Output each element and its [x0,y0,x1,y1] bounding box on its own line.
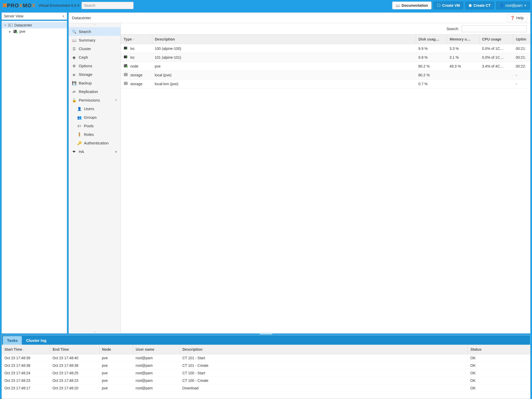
documentation-button[interactable]: 📖 Documentation [392,2,431,9]
cell-mem [447,71,480,79]
cell-status: OK [468,377,530,384]
svg-rect-6 [14,31,15,31]
tab-ha[interactable]: ❤HA▶ [69,147,121,156]
tab-roles[interactable]: 🧍Roles [69,130,121,139]
tab-label: Ceph [79,55,88,59]
tab-authentication[interactable]: 🔑Authentication [69,139,121,147]
tab-storage[interactable]: ≣Storage [69,70,121,79]
chevron-down-icon: ▼ [524,4,527,7]
cell-description: local (pve) [152,71,416,79]
scroll-up-hint[interactable]: ⌃ [69,23,121,27]
lxc-icon [124,46,128,51]
column-header[interactable]: Description [180,345,468,354]
cell-cpu [480,71,513,79]
version-label: Virtual Environment 6.0-4 [38,3,79,8]
user-menu-button[interactable]: 👤 root@pam ▼ [496,2,530,9]
tab-users[interactable]: 👤Users [69,104,121,113]
svg-point-7 [16,31,17,33]
help-icon: ❓ [510,16,515,20]
cell-start: Oct 23 17:48:17 [2,384,50,392]
cell-desc: CT 100 - Start [180,369,468,377]
expand-arrow-icon[interactable]: ▶ [9,30,12,33]
tab-permissions[interactable]: 🔓Permissions▼ [69,96,121,104]
grid-search-input[interactable] [462,25,527,32]
tab-cluster-log[interactable]: Cluster log [22,336,50,345]
search-input[interactable] [82,2,134,9]
create-ct-button[interactable]: ⬢ Create CT [465,2,494,9]
column-header[interactable]: Start Time ↓ [2,345,50,354]
logo-text: PROXMOX [7,3,35,9]
cell-start: Oct 23 17:48:23 [2,377,50,384]
cell-description: 101 (alpine-101) [152,53,416,62]
tree-item-pve[interactable]: ▶ pve [2,28,67,35]
cell-user: root@pam [133,369,180,377]
column-header[interactable]: Type ↑ [121,35,152,44]
retweet-icon: ⇄ [72,90,76,94]
table-row[interactable]: Oct 23 17:48:24Oct 23 17:48:25pveroot@pa… [2,369,530,377]
cell-user: root@pam [133,362,180,369]
chevron-down-icon: ▼ [62,15,65,18]
cell-status: OK [468,369,530,377]
tab-ceph[interactable]: ◉Ceph [69,53,121,62]
cell-node: pve [99,377,133,384]
table-row[interactable]: Oct 23 17:48:39Oct 23 17:48:40pveroot@pa… [2,354,530,362]
column-header[interactable]: Disk usag… [416,35,447,44]
storage-icon [124,82,128,86]
view-selector-label: Server View [4,14,23,18]
tab-pools[interactable]: 🏷Pools [69,122,121,130]
table-row[interactable]: lxc100 (alpine-100)9.9 %3.3 %0.0% of 1C…… [121,44,530,53]
table-row[interactable]: lxc101 (alpine-101)9.9 %3.1 %0.0% of 1C…… [121,53,530,62]
table-row[interactable]: storagelocal-lvm (pve)0.7 %- [121,79,530,88]
cell-cpu: 3.4% of 4C… [480,62,513,71]
tab-replication[interactable]: ⇄Replication [69,87,121,96]
column-header[interactable]: Memory u… [447,35,480,44]
scroll-down-hint[interactable]: ⌄ [69,329,121,333]
expand-arrow-icon[interactable]: ▼ [4,24,6,27]
resource-grid: Type ↑DescriptionDisk usag…Memory u…CPU … [121,35,530,333]
cell-user: root@pam [133,377,180,384]
node-icon [13,30,18,33]
table-row[interactable]: nodepve80.2 %49.3 %3.4% of 4C…00:22: [121,62,530,71]
cell-uptime: 00:21: [513,44,530,53]
help-label: Help [516,16,524,20]
tab-label: Summary [79,38,95,42]
sort-asc-icon: ↑ [133,38,135,41]
tab-label: Groups [84,115,97,119]
tab-tasks[interactable]: Tasks [3,336,22,345]
tab-summary[interactable]: 📖Summary [69,36,121,44]
tab-cluster[interactable]: ☰Cluster [69,44,121,53]
tree-item-datacenter[interactable]: ▼ Datacenter [2,22,67,28]
column-header[interactable]: End Time [50,345,99,354]
column-header[interactable]: CPU usage [480,35,513,44]
help-button[interactable]: ❓ Help [507,14,527,22]
table-row[interactable]: storagelocal (pve)80.2 %- [121,71,530,79]
tab-search[interactable]: 🔍Search [69,27,121,36]
tab-label: HA [79,149,84,154]
table-row[interactable]: Oct 23 17:48:17Oct 23 17:48:20pveroot@pa… [2,384,530,392]
cell-node: pve [99,369,133,377]
key-icon: 🔑 [77,141,81,145]
column-header[interactable]: Uptim [513,35,530,44]
table-row[interactable]: Oct 23 17:48:23Oct 23 17:48:23pveroot@pa… [2,377,530,384]
cell-uptime: 00:21: [513,53,530,62]
tab-backup[interactable]: 💾Backup [69,79,121,87]
heartbeat-icon: ❤ [72,150,76,154]
column-header[interactable]: Description [152,35,416,44]
cell-status: OK [468,354,530,362]
resource-tree: ▼ Datacenter ▶ pve [2,21,67,334]
tab-groups[interactable]: 👥Groups [69,113,121,122]
cell-user: root@pam [133,384,180,392]
create-vm-button[interactable]: 🖵 Create VM [434,2,463,9]
user-icon: 👤 [500,3,504,8]
cell-desc: CT 100 - Create [180,377,468,384]
tab-options[interactable]: ⚙Options [69,62,121,70]
table-row[interactable]: Oct 23 17:48:38Oct 23 17:48:38pveroot@pa… [2,362,530,369]
search-icon: 🔍 [72,30,76,34]
column-header[interactable]: Status [468,345,530,354]
create-ct-label: Create CT [473,3,490,8]
tab-label: Backup [79,81,92,85]
column-header[interactable]: User name [133,345,180,354]
task-grid: Start Time ↓End TimeNodeUser nameDescrip… [2,345,530,399]
view-selector[interactable]: Server View ▼ [2,12,67,20]
column-header[interactable]: Node [99,345,133,354]
